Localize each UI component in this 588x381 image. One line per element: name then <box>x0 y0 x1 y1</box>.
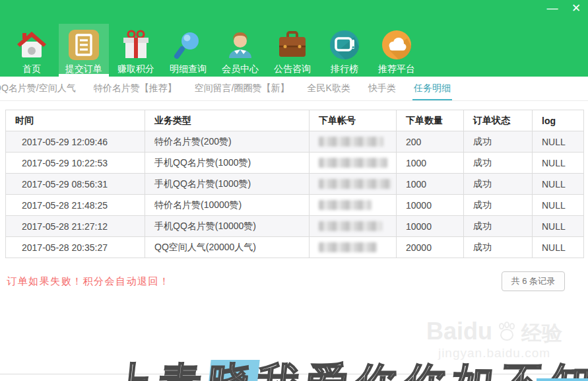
cell-type: 特价名片赞(10000赞) <box>145 195 310 216</box>
column-header-time: 时间 <box>6 110 145 131</box>
app-window: — ✕ 首页 <box>0 0 588 291</box>
nav-item-earn-points[interactable]: 赚取积分 <box>111 24 161 77</box>
nav-item-label: 明细查询 <box>170 63 207 75</box>
account-blurred <box>319 158 387 168</box>
tab-space-messages[interactable]: 空间留言/圈圈赞【新】 <box>195 83 290 94</box>
nav-item-label: 会员中心 <box>222 63 259 75</box>
cell-quantity: 10000 <box>397 195 464 216</box>
cell-time: 2017-05-29 12:09:46 <box>6 131 145 153</box>
nav-item-label: 推荐平台 <box>378 63 415 75</box>
cell-log: NULL <box>533 153 584 174</box>
cell-status: 成功 <box>464 131 533 153</box>
person-icon <box>224 29 256 61</box>
main-content: 时间 业务类型 下单帐号 下单数量 订单状态 log 2017-05-29 12… <box>0 101 588 291</box>
nav-item-submit-order[interactable]: 提交订单 <box>59 24 109 77</box>
baidu-jingyan-watermark: Baidu 经验 jingyan.baidu.com <box>407 320 581 361</box>
table-row: 2017-05-29 10:22:53 手机QQ名片赞(1000赞) 1000 … <box>6 153 584 174</box>
cell-time: 2017-05-28 20:35:27 <box>6 237 145 258</box>
table-footer: 订单如果失败！积分会自动退回！ 共 6 条记录 <box>5 271 583 291</box>
cloud-icon <box>381 29 412 61</box>
main-nav: 首页 提交订单 <box>0 0 588 77</box>
table-row: 2017-05-28 21:27:12 手机QQ名片赞(10000赞) 1000… <box>6 216 584 237</box>
cell-account <box>310 131 397 153</box>
tab-special-card-likes[interactable]: 特价名片赞【推荐】 <box>94 83 177 94</box>
cell-status: 成功 <box>464 195 533 216</box>
bottom-blue-bar <box>537 378 588 381</box>
account-blurred <box>319 242 377 252</box>
cell-type: 手机QQ名片赞(10000赞) <box>145 216 310 237</box>
table-row: 2017-05-29 08:56:31 手机QQ名片赞(1000赞) 1000 … <box>6 174 584 195</box>
cell-log: NULL <box>533 216 584 237</box>
cell-type: 手机QQ名片赞(1000赞) <box>145 153 310 174</box>
nav-item-detail-query[interactable]: 明细查询 <box>163 24 213 77</box>
gift-icon <box>120 29 152 61</box>
table-row: 2017-05-28 21:48:25 特价名片赞(10000赞) 10000 … <box>6 195 584 216</box>
watermark-brand-cn: 经验 <box>521 323 562 343</box>
close-button[interactable]: ✕ <box>570 1 583 17</box>
tab-k-song[interactable]: 全民K歌类 <box>308 83 350 94</box>
nav-item-label: 赚取积分 <box>117 63 154 75</box>
nav-item-member-center[interactable]: 会员中心 <box>215 24 265 77</box>
column-header-account: 下单帐号 <box>310 110 397 131</box>
cell-account <box>310 174 397 195</box>
paw-icon <box>496 321 518 343</box>
cell-account <box>310 237 397 258</box>
minimize-button[interactable]: — <box>546 1 559 17</box>
table-row: 2017-05-29 12:09:46 特价名片赞(200赞) 200 成功 N… <box>6 131 584 153</box>
cell-log: NULL <box>533 131 584 153</box>
signature-highlighted-char: 晓 <box>206 360 259 381</box>
account-blurred <box>319 137 383 147</box>
tab-task-detail[interactable]: 任务明细 <box>414 83 451 94</box>
account-blurred <box>319 200 372 210</box>
cell-quantity: 200 <box>397 131 464 153</box>
cell-log: NULL <box>533 174 584 195</box>
cell-status: 成功 <box>464 174 533 195</box>
cell-status: 成功 <box>464 216 533 237</box>
record-count-button[interactable]: 共 6 条记录 <box>502 271 565 291</box>
column-header-status: 订单状态 <box>464 110 533 131</box>
orders-table: 时间 业务类型 下单帐号 下单数量 订单状态 log 2017-05-29 12… <box>5 110 584 258</box>
cell-account <box>310 153 397 174</box>
watermark-brand: Baidu <box>426 320 492 343</box>
table-header-row: 时间 业务类型 下单帐号 下单数量 订单状态 log <box>6 110 584 131</box>
nav-item-label: 排行榜 <box>331 63 358 75</box>
cell-type: 特价名片赞(200赞) <box>145 131 310 153</box>
cell-log: NULL <box>533 195 584 216</box>
category-tabbar: QQ名片赞/空间人气 特价名片赞【推荐】 空间留言/圈圈赞【新】 全民K歌类 快… <box>0 77 588 101</box>
cell-quantity: 10000 <box>397 216 464 237</box>
cell-time: 2017-05-29 08:56:31 <box>6 174 145 195</box>
nav-item-label: 首页 <box>22 63 41 75</box>
nav-item-announcements[interactable]: 公告咨询 <box>267 24 317 77</box>
tab-qq-card-likes[interactable]: QQ名片赞/空间人气 <box>0 83 76 94</box>
briefcase-icon <box>277 29 308 61</box>
nav-item-ranking[interactable]: 排行榜 <box>319 24 370 77</box>
account-blurred <box>319 221 382 231</box>
column-header-log: log <box>533 110 584 131</box>
nav-item-recommend-platform[interactable]: 推荐平台 <box>372 24 422 77</box>
nav-item-home[interactable]: 首页 <box>7 24 57 77</box>
table-row: 2017-05-28 20:35:27 QQ空间人气(20000人气) 2000… <box>6 237 584 258</box>
column-header-type: 业务类型 <box>145 110 310 131</box>
cell-status: 成功 <box>464 237 533 258</box>
window-controls: — ✕ <box>546 1 583 17</box>
tv-icon <box>329 29 360 61</box>
tab-kuaishou[interactable]: 快手类 <box>368 83 396 94</box>
cell-log: NULL <box>533 237 584 258</box>
cell-account <box>310 195 397 216</box>
cell-type: QQ空间人气(20000人气) <box>145 237 310 258</box>
cell-time: 2017-05-28 21:48:25 <box>6 195 145 216</box>
nav-item-label: 公告咨询 <box>274 63 311 75</box>
signature-part1: 上青 <box>108 360 211 381</box>
cell-status: 成功 <box>464 153 533 174</box>
document-icon <box>68 29 100 61</box>
magnifier-icon <box>172 29 204 61</box>
bottom-hairline <box>0 374 588 374</box>
column-header-quantity: 下单数量 <box>397 110 464 131</box>
cell-account <box>310 216 397 237</box>
app-header: — ✕ 首页 <box>0 0 588 77</box>
cell-quantity: 1000 <box>397 153 464 174</box>
refund-notice: 订单如果失败！积分会自动退回！ <box>7 275 170 288</box>
cell-quantity: 1000 <box>397 174 464 195</box>
watermark-url: jingyan.baidu.com <box>407 346 581 361</box>
cell-time: 2017-05-28 21:27:12 <box>6 216 145 237</box>
